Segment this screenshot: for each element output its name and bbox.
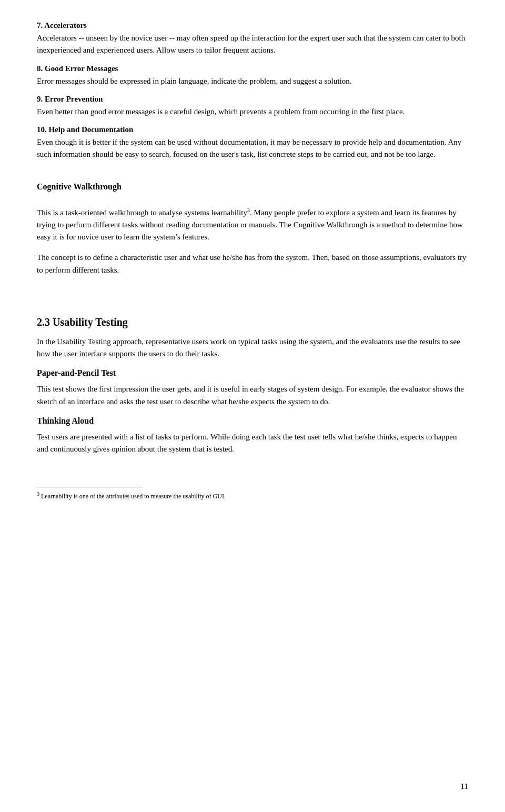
paper-pencil-heading: Paper-and-Pencil Test xyxy=(37,368,468,378)
page-number: 11 xyxy=(461,782,468,791)
cognitive-walkthrough-para2: The concept is to define a characteristi… xyxy=(37,252,468,276)
spacer-2 xyxy=(37,197,468,206)
usability-testing-heading: 2.3 Usability Testing xyxy=(37,316,468,328)
usability-testing-para1: In the Usability Testing approach, repre… xyxy=(37,336,468,360)
spacer-3 xyxy=(37,285,468,294)
spacer-1 xyxy=(37,168,468,178)
accelerators-heading: 7. Accelerators xyxy=(37,21,468,30)
section-accelerators: 7. Accelerators Accelerators -- unseen b… xyxy=(37,21,468,57)
footnote-number: 3 xyxy=(37,491,39,497)
paper-pencil-para1: This test shows the first impression the… xyxy=(37,383,468,408)
error-prevention-text: Even better than good error messages is … xyxy=(37,106,468,118)
thinking-aloud-para1: Test users are presented with a list of … xyxy=(37,431,468,456)
section-good-error: 8. Good Error Messages Error messages sh… xyxy=(37,64,468,87)
page: 7. Accelerators Accelerators -- unseen b… xyxy=(0,0,505,812)
section-cognitive-walkthrough: Cognitive Walkthrough This is a task-ori… xyxy=(37,182,468,276)
spacer-4 xyxy=(37,294,468,304)
accelerators-text: Accelerators -- unseen by the novice use… xyxy=(37,32,468,57)
cognitive-walkthrough-heading: Cognitive Walkthrough xyxy=(37,182,468,192)
good-error-heading: 8. Good Error Messages xyxy=(37,64,468,73)
section-error-prevention: 9. Error Prevention Even better than goo… xyxy=(37,95,468,118)
error-prevention-heading: 9. Error Prevention xyxy=(37,95,468,104)
good-error-text: Error messages should be expressed in pl… xyxy=(37,75,468,87)
section-usability-testing: 2.3 Usability Testing In the Usability T… xyxy=(37,316,468,360)
thinking-aloud-heading: Thinking Aloud xyxy=(37,416,468,426)
footnote-section: 3 Learnability is one of the attributes … xyxy=(37,487,468,501)
cognitive-walkthrough-para1: This is a task-oriented walkthrough to a… xyxy=(37,206,468,244)
help-documentation-text: Even though it is better if the system c… xyxy=(37,136,468,161)
footnote-text: 3 Learnability is one of the attributes … xyxy=(37,490,468,501)
footnote-divider xyxy=(37,487,142,487)
help-documentation-heading: 10. Help and Documentation xyxy=(37,125,468,134)
section-paper-pencil: Paper-and-Pencil Test This test shows th… xyxy=(37,368,468,408)
section-thinking-aloud: Thinking Aloud Test users are presented … xyxy=(37,416,468,456)
section-help-documentation: 10. Help and Documentation Even though i… xyxy=(37,125,468,161)
